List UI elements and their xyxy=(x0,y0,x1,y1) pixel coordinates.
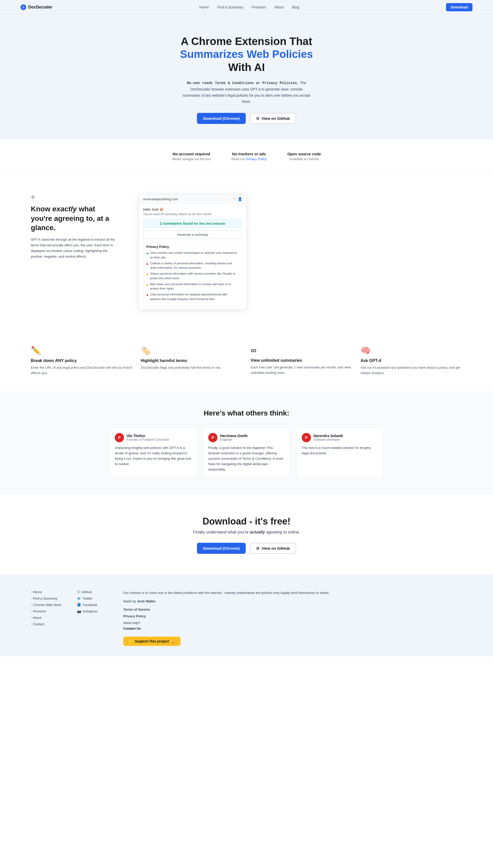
know-left: ✛ Know exactly what you're agreeing to, … xyxy=(31,194,118,259)
crosshair-icon: ✛ xyxy=(31,194,118,200)
feature-open-source-desc: Available on GitHub xyxy=(287,157,321,161)
footer-instagram: 📷 Instagram xyxy=(77,609,108,613)
footer-link-contact: Contact xyxy=(31,622,62,626)
download-desc: Finally understand what you're actually … xyxy=(5,530,488,534)
nav-home[interactable]: Home xyxy=(199,5,209,9)
infinity-icon: ∞ xyxy=(251,346,352,355)
privacy-policy-footer-link[interactable]: Privacy Policy xyxy=(123,613,462,619)
hero-buttons: Download (Chrome) ⊙ View on GitHub xyxy=(5,113,488,124)
know-desc: GPT-4 searches through all the legalese … xyxy=(31,237,118,259)
footer-maker: Josh Waller xyxy=(137,599,155,603)
logo[interactable]: D DocDecoder xyxy=(21,4,52,10)
policy-item-1: ● Collects a variety of personal informa… xyxy=(146,261,239,270)
testimonial-info-2: Narendra Solanki Software developer xyxy=(314,434,343,441)
footer-github: ⬡ GitHub xyxy=(77,590,108,594)
download-chrome-button[interactable]: Download (Chrome) xyxy=(197,543,246,554)
feature-no-account-desc: Works straight out the box xyxy=(172,157,211,161)
testimonial-author-1: P Harshana Geeth Engineer xyxy=(208,433,285,442)
testimonial-role-0: Founder of Footprint Calculator xyxy=(127,438,169,441)
footer-link-chrome-store: Chrome Web Store xyxy=(31,603,62,607)
contact-us-link[interactable]: Contact Us xyxy=(123,626,462,631)
ext-summaries-found: 2 summaries found for this this website xyxy=(143,219,242,228)
footer-twitter: 🐦 Twitter xyxy=(77,597,108,600)
twitter-icon: 🐦 xyxy=(77,597,81,600)
policy-item-text-2: Shares personal information with service… xyxy=(150,271,239,281)
testimonial-info-0: Ula Thefoo Founder of Footprint Calculat… xyxy=(127,434,169,441)
hero-line1: A Chrome Extension That xyxy=(181,35,312,47)
footer-misc-links: Terms of Service Privacy Policy Need hel… xyxy=(123,607,462,631)
capability-any-policy: ✏️ Break down ANY policy Enter the URL o… xyxy=(31,346,132,376)
cap-desc-0: Enter the URL of any legal policy and Do… xyxy=(31,365,132,376)
cap-title-1: Highlight harmful terms xyxy=(141,358,242,363)
hero-github-button[interactable]: ⊙ View on GitHub xyxy=(250,113,296,124)
footer-social-links: ⬡ GitHub 🐦 Twitter 📘 Facebook 📷 Instagra… xyxy=(77,590,108,613)
footer: Home Find a Summary Chrome Web Store Pre… xyxy=(0,574,493,656)
capability-harmful-terms: 🏷️ Highlight harmful terms DocDecoder fl… xyxy=(141,346,242,376)
footer-nav-links: Home Find a Summary Chrome Web Store Pre… xyxy=(31,590,62,626)
testimonials-section: Here's what others think: P Ula Thefoo F… xyxy=(0,391,493,496)
logo-text: DocDecoder xyxy=(28,5,52,9)
ext-tokens: You've used 46 summary tokens so far thi… xyxy=(143,213,242,216)
hero-line2: Summarizes Web Policies xyxy=(180,48,313,60)
feature-no-trackers-title: No trackers or ads xyxy=(231,152,267,156)
ext-generate-button[interactable]: Generate a summary xyxy=(143,230,242,239)
logo-icon: D xyxy=(21,4,26,10)
support-button[interactable]: 💛 Support this project 🏆 xyxy=(123,637,180,646)
support-icon-right: 🏆 xyxy=(171,639,175,643)
help-icon: ? xyxy=(233,197,235,201)
feature-no-account-title: No account required xyxy=(172,152,211,156)
hero-desc-bold: No-one reads Terms & Conditions or Priva… xyxy=(187,81,299,85)
footer-social-col: ⬡ GitHub 🐦 Twitter 📘 Facebook 📷 Instagra… xyxy=(77,590,108,646)
hero-download-button[interactable]: Download (Chrome) xyxy=(197,113,246,124)
dot-green-icon-0: ● xyxy=(146,251,148,256)
footer-inner: Home Find a Summary Chrome Web Store Pre… xyxy=(31,590,462,646)
nav-download-button[interactable]: Download xyxy=(446,3,472,11)
facebook-icon: 📘 xyxy=(77,603,81,607)
github-icon: ⊙ xyxy=(256,116,259,121)
footer-link-find-summary: Find a Summary xyxy=(31,597,62,600)
nav-premium[interactable]: Premium xyxy=(252,5,266,9)
download-desc-suffix: agreeing to online. xyxy=(265,530,300,534)
features-strip: No account required Works straight out t… xyxy=(0,139,493,174)
know-right: neversleepclothing.com ? 👤 Hello Josh 🎉 … xyxy=(139,194,462,309)
nav-links: Home Find a Summary Premium About Blog xyxy=(199,5,299,9)
footer-facebook: 📘 Facebook xyxy=(77,603,108,607)
nav-about[interactable]: About xyxy=(274,5,284,9)
download-desc-prefix: Finally understand what you're xyxy=(193,530,250,534)
dot-orange-icon-2: ● xyxy=(146,271,148,277)
ext-policy-section: Privacy Policy ● Uses cookies and simila… xyxy=(143,242,242,306)
ext-policy-title: Privacy Policy xyxy=(146,245,239,249)
testimonial-1: P Harshana Geeth Engineer Finally, a goo… xyxy=(203,428,290,478)
feature-no-account: No account required Works straight out t… xyxy=(172,152,211,161)
download-github-button[interactable]: ⊙ View on GitHub xyxy=(250,543,296,554)
feature-no-trackers: No trackers or ads Read our Privacy Poli… xyxy=(231,152,267,161)
ext-header-icons: ? 👤 xyxy=(233,197,242,201)
cap-desc-2: Each free user can generate 2 new summar… xyxy=(251,365,352,376)
terms-of-service-link[interactable]: Terms of Service xyxy=(123,607,462,612)
footer-nav-col: Home Find a Summary Chrome Web Store Pre… xyxy=(31,590,62,646)
testimonial-name-2: Narendra Solanki xyxy=(314,434,343,438)
policy-item-text-0: Uses cookies and similar technologies to… xyxy=(150,251,239,260)
summaries-suffix: for this this website xyxy=(194,222,225,225)
download-title: Download - it's free! xyxy=(5,516,488,527)
footer-help-text: Need help? Contact Us xyxy=(123,621,462,631)
testimonial-text-0: Unpacking lengthy web policies with GPT-… xyxy=(115,445,191,467)
testimonial-author-0: P Ula Thefoo Founder of Footprint Calcul… xyxy=(115,433,191,442)
nav-find-summary[interactable]: Find a Summary xyxy=(217,5,244,9)
privacy-policy-link[interactable]: Privacy Policy xyxy=(246,157,267,161)
testimonials-grid: P Ula Thefoo Founder of Footprint Calcul… xyxy=(21,428,472,478)
dot-red-icon-4: ● xyxy=(146,292,148,298)
nav-blog[interactable]: Blog xyxy=(292,5,299,9)
navbar: D DocDecoder Home Find a Summary Premium… xyxy=(0,0,493,14)
policy-item-3: ● May share your personal information to… xyxy=(146,282,239,291)
testimonials-title: Here's what others think: xyxy=(21,409,472,417)
testimonial-avatar-0: P xyxy=(115,433,124,442)
testimonial-2: P Narendra Solanki Software developer Th… xyxy=(296,428,384,478)
testimonial-avatar-2: P xyxy=(302,433,311,442)
cap-title-3: Ask GPT-4 xyxy=(361,358,462,363)
policy-item-text-3: May share your personal information to c… xyxy=(150,282,239,291)
footer-link-about: About xyxy=(31,616,62,620)
dot-orange-icon-3: ● xyxy=(146,282,148,287)
hero-heading: A Chrome Extension That Summarizes Web P… xyxy=(169,35,324,74)
dot-red-icon-1: ● xyxy=(146,261,148,267)
